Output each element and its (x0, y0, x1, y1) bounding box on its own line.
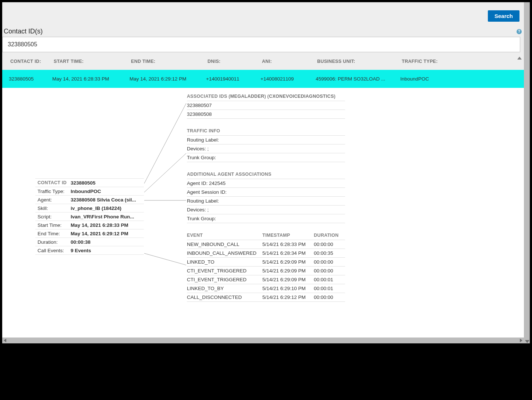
event-duration: 00:00:00 (314, 294, 343, 300)
event-duration: 00:00:35 (314, 250, 343, 256)
event-name: CTI_EVENT_TRIGGERED (187, 277, 262, 282)
agent-assoc-session-id: Agent Session ID: (187, 188, 345, 197)
summary-duration-label: Duration: (38, 239, 71, 245)
sort-up-icon[interactable] (517, 57, 522, 60)
cell-start-time: May 14, 2021 6:28:33 PM (52, 76, 130, 82)
summary-header-value[interactable]: 323880505 (71, 180, 142, 186)
col-header-dnis[interactable]: DNIS: (208, 59, 262, 64)
contact-ids-input[interactable] (2, 37, 520, 52)
summary-skill-label: Skill: (38, 206, 71, 211)
event-row[interactable]: INBOUND_CALL_ANSWERED5/14/21 6:28:34 PM0… (187, 249, 345, 258)
summary-agent-label: Agent: (38, 197, 71, 203)
scroll-down-icon[interactable] (525, 340, 529, 343)
toolbar-area: Search Contact ID(s) ? (2, 2, 524, 52)
col-header-contact-id[interactable]: CONTACT ID: (10, 59, 54, 64)
event-timestamp: 5/14/21 6:29:12 PM (262, 294, 314, 300)
svg-line-1 (144, 153, 186, 192)
events-header-event: EVENT (187, 233, 262, 238)
horizontal-scrollbar[interactable] (2, 338, 524, 343)
summary-call-events-label: Call Events: (38, 248, 71, 253)
help-icon[interactable]: ? (517, 29, 522, 34)
event-duration: 00:00:00 (314, 259, 343, 265)
event-row[interactable]: NEW_INBOUND_CALL5/14/21 6:28:33 PM00:00:… (187, 240, 345, 249)
summary-start-time-value: May 14, 2021 6:28:33 PM (71, 222, 142, 228)
scroll-right-icon[interactable] (520, 339, 522, 342)
summary-call-events-value[interactable]: 9 Events (71, 248, 142, 253)
detail-right-column: ASSOCIATED IDS (MEGALADDER) (CXONEVOICED… (187, 94, 345, 302)
event-row[interactable]: CTI_EVENT_TRIGGERED5/14/21 6:29:09 PM00:… (187, 267, 345, 275)
event-timestamp: 5/14/21 6:29:10 PM (262, 286, 314, 291)
event-name: NEW_INBOUND_CALL (187, 242, 262, 247)
col-header-start-time[interactable]: START TIME: (54, 59, 131, 64)
event-name: CTI_EVENT_TRIGGERED (187, 268, 262, 274)
summary-traffic-type-value[interactable]: InboundPOC (71, 189, 142, 194)
event-row[interactable]: LINKED_TO_BY5/14/21 6:29:10 PM00:00:01 (187, 284, 345, 293)
event-timestamp: 5/14/21 6:29:09 PM (262, 277, 314, 282)
event-duration: 00:00:00 (314, 268, 343, 274)
events-header-row: EVENT TIMESTAMP DURATION (187, 233, 345, 240)
event-timestamp: 5/14/21 6:29:09 PM (262, 259, 314, 265)
agent-assoc-routing-label: Routing Label: (187, 197, 345, 206)
summary-agent-value[interactable]: 323880508 Silvia Coca (sil... (71, 197, 142, 203)
summary-end-time-value: May 14, 2021 6:29:12 PM (71, 231, 142, 236)
agent-assoc-devices: Devices: ; (187, 206, 345, 214)
events-header-duration: DURATION (314, 233, 343, 238)
grid-row-selected[interactable]: 323880505 May 14, 2021 6:28:33 PM May 14… (2, 70, 524, 88)
event-duration: 00:00:00 (314, 242, 343, 247)
cell-traffic-type: InboundPOC (400, 76, 444, 82)
associated-ids-heading: ASSOCIATED IDS (MEGALADDER) (CXONEVOICED… (187, 94, 345, 101)
agent-assoc-trunk-group: Trunk Group: (187, 214, 345, 223)
traffic-routing-label: Routing Label: (187, 136, 345, 144)
contact-ids-label: Contact ID(s) (4, 28, 43, 35)
col-header-end-time[interactable]: END TIME: (131, 59, 208, 64)
svg-line-0 (144, 103, 186, 183)
event-timestamp: 5/14/21 6:28:33 PM (262, 242, 314, 247)
event-row[interactable]: CTI_EVENT_TRIGGERED5/14/21 6:29:09 PM00:… (187, 275, 345, 284)
traffic-info-heading: TRAFFIC INFO (187, 128, 345, 136)
event-duration: 00:00:01 (314, 286, 343, 291)
summary-duration-value: 00:00:38 (71, 239, 142, 245)
event-timestamp: 5/14/21 6:29:09 PM (262, 268, 314, 274)
associated-id[interactable]: 323880508 (187, 110, 345, 119)
detail-area: CONTACT ID 323880505 Traffic Type: Inbou… (2, 88, 524, 343)
agent-assoc-agent-id: Agent ID: 242545 (187, 179, 345, 188)
summary-header-label: CONTACT ID (38, 180, 71, 186)
event-duration: 00:00:01 (314, 277, 343, 282)
summary-script-value: Ivan_VR\First Phone Run... (71, 214, 142, 219)
cell-ani: +14008021109 (260, 76, 316, 82)
cell-business-unit: 4599006: PERM SO32LOAD ... (316, 76, 400, 82)
associated-id[interactable]: 323880507 (187, 101, 345, 110)
content-region: Search Contact ID(s) ? CONTACT ID: START… (2, 2, 530, 343)
event-name: LINKED_TO (187, 259, 262, 265)
search-button[interactable]: Search (488, 10, 519, 22)
cell-dnis: +14001940011 (206, 76, 260, 82)
cell-end-time: May 14, 2021 6:29:12 PM (130, 76, 206, 82)
col-header-business-unit[interactable]: BUSINESS UNIT: (317, 59, 402, 64)
summary-start-time-label: Start Time: (38, 222, 71, 228)
scroll-left-icon[interactable] (4, 339, 6, 342)
event-row[interactable]: LINKED_TO5/14/21 6:29:09 PM00:00:00 (187, 258, 345, 267)
app-window: Search Contact ID(s) ? CONTACT ID: START… (2, 2, 530, 343)
summary-script-label: Script: (38, 214, 71, 219)
traffic-trunk-group: Trunk Group: (187, 153, 345, 162)
event-name: LINKED_TO_BY (187, 286, 262, 291)
col-header-ani[interactable]: ANI: (262, 59, 317, 64)
svg-line-3 (144, 253, 186, 265)
contact-summary-card: CONTACT ID 323880505 Traffic Type: Inbou… (35, 178, 144, 255)
traffic-devices: Devices: ; (187, 144, 345, 153)
events-header-timestamp: TIMESTAMP (262, 233, 314, 238)
summary-traffic-type-label: Traffic Type: (38, 189, 71, 194)
summary-end-time-label: End Time: (38, 231, 71, 236)
event-name: CALL_DISCONNECTED (187, 294, 262, 300)
summary-skill-value: iv_phone_IB (184224) (71, 206, 142, 211)
event-name: INBOUND_CALL_ANSWERED (187, 250, 262, 256)
grid-header: CONTACT ID: START TIME: END TIME: DNIS: … (2, 52, 524, 70)
cell-contact-id: 323880505 (9, 76, 52, 82)
agent-assoc-heading: ADDITIONAL AGENT ASSOCIATIONS (187, 172, 345, 179)
event-timestamp: 5/14/21 6:28:34 PM (262, 250, 314, 256)
event-row[interactable]: CALL_DISCONNECTED5/14/21 6:29:12 PM00:00… (187, 293, 345, 302)
col-header-traffic-type[interactable]: TRAFFIC TYPE: (402, 59, 446, 64)
